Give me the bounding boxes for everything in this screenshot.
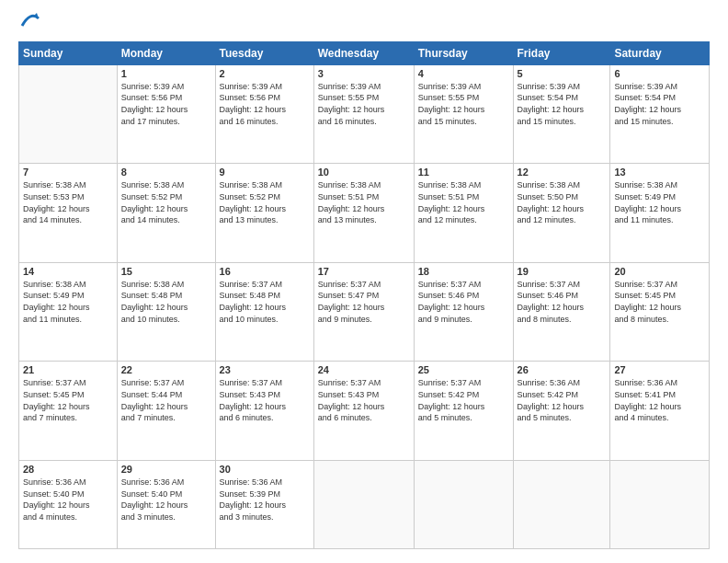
day-number: 2 — [220, 68, 310, 79]
day-number: 22 — [121, 364, 211, 375]
header — [18, 14, 710, 34]
day-number: 21 — [23, 364, 113, 375]
week-row-1: 1Sunrise: 5:39 AMSunset: 5:56 PMDaylight… — [19, 64, 710, 164]
day-number: 27 — [614, 364, 705, 375]
calendar-table: SundayMondayTuesdayWednesdayThursdayFrid… — [18, 41, 710, 549]
day-info: Sunrise: 5:38 AMSunset: 5:48 PMDaylight:… — [121, 279, 211, 325]
calendar-cell: 8Sunrise: 5:38 AMSunset: 5:52 PMDaylight… — [117, 164, 215, 263]
day-number: 3 — [318, 68, 410, 79]
calendar-cell: 11Sunrise: 5:38 AMSunset: 5:51 PMDayligh… — [414, 164, 513, 263]
day-number: 19 — [518, 266, 607, 277]
day-number: 12 — [518, 167, 607, 178]
day-info: Sunrise: 5:37 AMSunset: 5:42 PMDaylight:… — [418, 377, 509, 423]
calendar-cell — [313, 460, 414, 548]
calendar-cell: 15Sunrise: 5:38 AMSunset: 5:48 PMDayligh… — [117, 262, 215, 362]
calendar-cell: 7Sunrise: 5:38 AMSunset: 5:53 PMDaylight… — [19, 164, 118, 263]
day-info: Sunrise: 5:39 AMSunset: 5:55 PMDaylight:… — [318, 81, 410, 127]
calendar-cell: 10Sunrise: 5:38 AMSunset: 5:51 PMDayligh… — [313, 164, 414, 263]
day-number: 7 — [23, 167, 113, 178]
day-info: Sunrise: 5:37 AMSunset: 5:44 PMDaylight:… — [121, 377, 211, 423]
day-number: 14 — [23, 266, 113, 277]
day-info: Sunrise: 5:37 AMSunset: 5:45 PMDaylight:… — [23, 377, 113, 423]
calendar-cell: 28Sunrise: 5:36 AMSunset: 5:40 PMDayligh… — [19, 460, 118, 548]
calendar-cell: 1Sunrise: 5:39 AMSunset: 5:56 PMDaylight… — [117, 64, 215, 164]
calendar-cell — [19, 64, 118, 164]
calendar-cell: 19Sunrise: 5:37 AMSunset: 5:46 PMDayligh… — [513, 262, 610, 362]
day-number: 25 — [418, 364, 509, 375]
calendar-cell: 24Sunrise: 5:37 AMSunset: 5:43 PMDayligh… — [313, 362, 414, 461]
calendar-cell: 14Sunrise: 5:38 AMSunset: 5:49 PMDayligh… — [19, 262, 118, 362]
calendar-cell: 2Sunrise: 5:39 AMSunset: 5:56 PMDaylight… — [215, 64, 313, 164]
day-number: 13 — [614, 167, 705, 178]
day-number: 23 — [220, 364, 310, 375]
calendar-cell: 17Sunrise: 5:37 AMSunset: 5:47 PMDayligh… — [313, 262, 414, 362]
logo-icon — [18, 17, 40, 32]
day-info: Sunrise: 5:37 AMSunset: 5:46 PMDaylight:… — [518, 279, 607, 325]
calendar-cell: 3Sunrise: 5:39 AMSunset: 5:55 PMDaylight… — [313, 64, 414, 164]
calendar-cell: 5Sunrise: 5:39 AMSunset: 5:54 PMDaylight… — [513, 64, 610, 164]
day-info: Sunrise: 5:39 AMSunset: 5:55 PMDaylight:… — [418, 81, 509, 127]
calendar-cell: 23Sunrise: 5:37 AMSunset: 5:43 PMDayligh… — [215, 362, 313, 461]
weekday-header-saturday: Saturday — [610, 41, 710, 64]
day-info: Sunrise: 5:38 AMSunset: 5:51 PMDaylight:… — [318, 179, 410, 225]
calendar-cell: 25Sunrise: 5:37 AMSunset: 5:42 PMDayligh… — [414, 362, 513, 461]
weekday-header-thursday: Thursday — [414, 41, 513, 64]
calendar-cell: 4Sunrise: 5:39 AMSunset: 5:55 PMDaylight… — [414, 64, 513, 164]
day-number: 15 — [121, 266, 211, 277]
day-number: 11 — [418, 167, 509, 178]
day-info: Sunrise: 5:38 AMSunset: 5:51 PMDaylight:… — [418, 179, 509, 225]
calendar-cell: 27Sunrise: 5:36 AMSunset: 5:41 PMDayligh… — [610, 362, 710, 461]
day-number: 28 — [23, 464, 113, 475]
calendar-cell: 16Sunrise: 5:37 AMSunset: 5:48 PMDayligh… — [215, 262, 313, 362]
day-number: 16 — [220, 266, 310, 277]
calendar-page: SundayMondayTuesdayWednesdayThursdayFrid… — [0, 0, 728, 563]
day-info: Sunrise: 5:36 AMSunset: 5:39 PMDaylight:… — [220, 477, 310, 523]
week-row-2: 7Sunrise: 5:38 AMSunset: 5:53 PMDaylight… — [19, 164, 710, 263]
calendar-cell: 13Sunrise: 5:38 AMSunset: 5:49 PMDayligh… — [610, 164, 710, 263]
day-number: 10 — [318, 167, 410, 178]
day-number: 30 — [220, 464, 310, 475]
day-info: Sunrise: 5:36 AMSunset: 5:40 PMDaylight:… — [23, 477, 113, 523]
day-info: Sunrise: 5:37 AMSunset: 5:46 PMDaylight:… — [418, 279, 509, 325]
day-info: Sunrise: 5:36 AMSunset: 5:40 PMDaylight:… — [121, 477, 211, 523]
day-number: 5 — [518, 68, 607, 79]
day-number: 4 — [418, 68, 509, 79]
day-info: Sunrise: 5:38 AMSunset: 5:52 PMDaylight:… — [220, 179, 310, 225]
day-info: Sunrise: 5:36 AMSunset: 5:42 PMDaylight:… — [518, 377, 607, 423]
day-number: 6 — [614, 68, 705, 79]
week-row-3: 14Sunrise: 5:38 AMSunset: 5:49 PMDayligh… — [19, 262, 710, 362]
calendar-cell: 18Sunrise: 5:37 AMSunset: 5:46 PMDayligh… — [414, 262, 513, 362]
calendar-cell — [513, 460, 610, 548]
day-number: 18 — [418, 266, 509, 277]
calendar-cell: 22Sunrise: 5:37 AMSunset: 5:44 PMDayligh… — [117, 362, 215, 461]
day-info: Sunrise: 5:36 AMSunset: 5:41 PMDaylight:… — [614, 377, 705, 423]
calendar-cell — [414, 460, 513, 548]
weekday-header-sunday: Sunday — [19, 41, 118, 64]
weekday-header-tuesday: Tuesday — [215, 41, 313, 64]
calendar-cell — [610, 460, 710, 548]
week-row-4: 21Sunrise: 5:37 AMSunset: 5:45 PMDayligh… — [19, 362, 710, 461]
calendar-cell: 30Sunrise: 5:36 AMSunset: 5:39 PMDayligh… — [215, 460, 313, 548]
day-info: Sunrise: 5:38 AMSunset: 5:50 PMDaylight:… — [518, 179, 607, 225]
day-info: Sunrise: 5:39 AMSunset: 5:54 PMDaylight:… — [614, 81, 705, 127]
day-info: Sunrise: 5:38 AMSunset: 5:49 PMDaylight:… — [614, 179, 705, 225]
calendar-cell: 29Sunrise: 5:36 AMSunset: 5:40 PMDayligh… — [117, 460, 215, 548]
day-number: 17 — [318, 266, 410, 277]
logo — [18, 14, 40, 34]
day-info: Sunrise: 5:37 AMSunset: 5:43 PMDaylight:… — [220, 377, 310, 423]
calendar-cell: 20Sunrise: 5:37 AMSunset: 5:45 PMDayligh… — [610, 262, 710, 362]
day-info: Sunrise: 5:39 AMSunset: 5:54 PMDaylight:… — [518, 81, 607, 127]
day-info: Sunrise: 5:38 AMSunset: 5:49 PMDaylight:… — [23, 279, 113, 325]
day-info: Sunrise: 5:39 AMSunset: 5:56 PMDaylight:… — [220, 81, 310, 127]
day-number: 20 — [614, 266, 705, 277]
day-number: 1 — [121, 68, 211, 79]
calendar-cell: 6Sunrise: 5:39 AMSunset: 5:54 PMDaylight… — [610, 64, 710, 164]
weekday-header-wednesday: Wednesday — [313, 41, 414, 64]
calendar-cell: 12Sunrise: 5:38 AMSunset: 5:50 PMDayligh… — [513, 164, 610, 263]
week-row-5: 28Sunrise: 5:36 AMSunset: 5:40 PMDayligh… — [19, 460, 710, 548]
day-info: Sunrise: 5:37 AMSunset: 5:47 PMDaylight:… — [318, 279, 410, 325]
day-number: 29 — [121, 464, 211, 475]
day-info: Sunrise: 5:39 AMSunset: 5:56 PMDaylight:… — [121, 81, 211, 127]
calendar-cell: 9Sunrise: 5:38 AMSunset: 5:52 PMDaylight… — [215, 164, 313, 263]
weekday-header-row: SundayMondayTuesdayWednesdayThursdayFrid… — [19, 41, 710, 64]
